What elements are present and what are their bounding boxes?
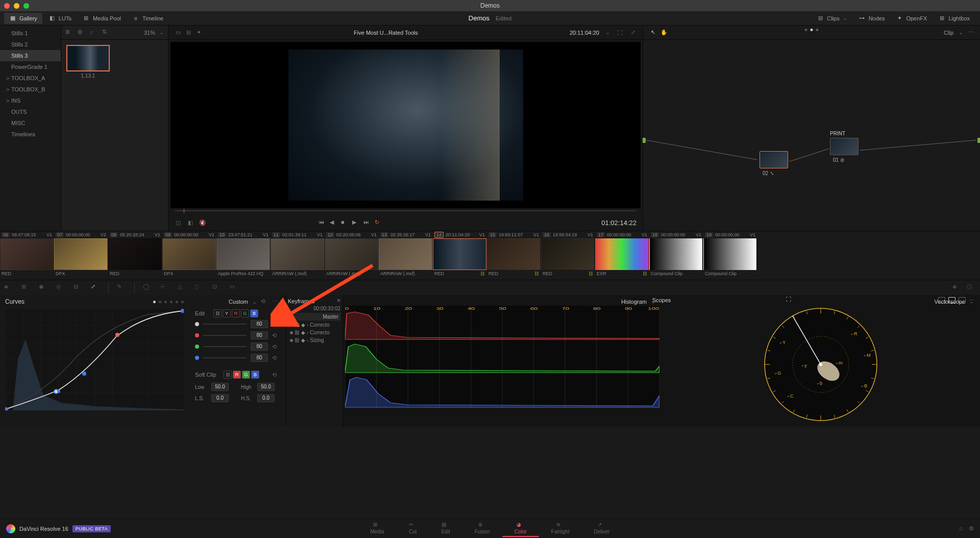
wipe-icon[interactable]: ◧ bbox=[187, 219, 194, 226]
keyframe-master[interactable]: Master bbox=[288, 313, 340, 321]
clip-thumb[interactable]: 1102:01:39:11V1ARRIRAW (.mxf) bbox=[271, 231, 324, 280]
viewer-canvas[interactable] bbox=[170, 42, 641, 208]
node-menu-icon[interactable]: ⋯ bbox=[968, 29, 974, 36]
next-clip-icon[interactable]: ⏭ bbox=[363, 219, 371, 226]
curves-mode[interactable]: Custom bbox=[229, 299, 248, 305]
topbar-timeline[interactable]: ≡Timeline bbox=[127, 13, 168, 24]
clip-thumb[interactable]: 1420:11:04:20V1RED⛓ bbox=[433, 231, 486, 280]
loop-icon[interactable]: ↻ bbox=[375, 219, 382, 226]
pan-icon[interactable]: ✋ bbox=[660, 29, 668, 36]
stills-zoom[interactable]: 31% bbox=[144, 30, 155, 36]
scope-expand-icon[interactable]: ⛶ bbox=[786, 296, 791, 302]
play-icon[interactable]: ▶ bbox=[352, 219, 359, 226]
gallery-item[interactable]: Stills 3 bbox=[0, 50, 61, 61]
softclip-g[interactable]: G bbox=[242, 371, 250, 379]
gallery-item[interactable]: Stills 1 bbox=[0, 28, 61, 39]
histogram-mode[interactable]: Histogram bbox=[621, 299, 647, 305]
mute-icon[interactable]: 🔇 bbox=[199, 219, 206, 226]
page-tab-fairlight[interactable]: ≋Fairlight bbox=[539, 520, 582, 537]
channel-r[interactable]: R bbox=[232, 309, 240, 317]
window-icon[interactable]: ◯ bbox=[143, 283, 152, 292]
node-02[interactable]: 02 ⤥ bbox=[760, 151, 788, 168]
settings-icon[interactable]: ⚙ bbox=[969, 525, 974, 532]
keyframe-icon[interactable]: ◈ bbox=[952, 283, 962, 292]
node-graph[interactable]: 02 ⤥ PRINT 01 ⊘ bbox=[643, 40, 980, 229]
reset-icon[interactable]: ⟲ bbox=[261, 298, 268, 305]
channel-g[interactable]: G bbox=[241, 309, 249, 317]
clip-thumb[interactable]: 0805:20:28:24V1RED bbox=[108, 231, 162, 280]
viewer-mode-2-icon[interactable]: ⊟ bbox=[185, 29, 192, 36]
channel-b[interactable]: B bbox=[250, 309, 258, 317]
stop-icon[interactable]: ■ bbox=[341, 219, 348, 226]
topbar-openfx[interactable]: ✦OpenFX bbox=[891, 13, 932, 24]
gallery-item[interactable]: >INS bbox=[0, 95, 61, 106]
topbar-nodes[interactable]: ⊶Nodes bbox=[853, 13, 890, 24]
home-icon[interactable]: ⌂ bbox=[959, 525, 963, 532]
primaries-icon[interactable]: ◎ bbox=[56, 283, 65, 292]
menu-icon[interactable]: ⋯ bbox=[272, 298, 279, 305]
curves-mode-dots[interactable] bbox=[153, 301, 184, 303]
reset-icon[interactable]: ⟲ bbox=[272, 344, 279, 350]
clip-thumb[interactable]: 0609:47:08:15V1RED bbox=[0, 231, 54, 280]
topbar-clips[interactable]: ⊟Clips⌄ bbox=[812, 13, 852, 24]
intensity-slider[interactable] bbox=[203, 357, 247, 358]
topbar-lightbox[interactable]: ⊞Lightbox bbox=[933, 13, 975, 24]
gallery-item[interactable]: OUTS bbox=[0, 106, 61, 117]
viewer-fx-icon[interactable]: ✦ bbox=[195, 29, 202, 36]
split-icon[interactable]: ◫ bbox=[175, 219, 182, 226]
intensity-value[interactable]: 80 bbox=[251, 354, 268, 362]
blur-icon[interactable]: △ bbox=[178, 283, 187, 292]
clip-thumb[interactable]: 0900:00:00:00V1DPX bbox=[162, 231, 216, 280]
keyframe-row[interactable]: ⛓◆›Sizing bbox=[288, 336, 340, 344]
keyframe-row[interactable]: ⛓◆›Correcto bbox=[288, 321, 340, 329]
colormatch-icon[interactable]: ⊞ bbox=[21, 283, 31, 292]
reset-icon[interactable]: ⟲ bbox=[272, 332, 279, 339]
clip-thumb[interactable]: 1519:59:11:07V1RED⛓ bbox=[487, 231, 541, 280]
gallery-item[interactable]: MISC bbox=[0, 117, 61, 129]
clip-dropdown[interactable]: Clip bbox=[944, 30, 953, 36]
gallery-item[interactable]: >TOOLBOX_A bbox=[0, 72, 61, 84]
clip-thumb[interactable]: 1700:00:00:00V1EXR⛓ bbox=[595, 231, 649, 280]
curves-icon[interactable]: ⤢ bbox=[91, 283, 100, 292]
list-view-icon[interactable]: ≣ bbox=[65, 29, 74, 37]
topbar-mediapool[interactable]: ⊞Media Pool bbox=[78, 13, 126, 24]
close-icon[interactable] bbox=[4, 3, 10, 9]
clip-thumb[interactable]: 1202:20:08:06V1ARRIRAW (.mxf) bbox=[325, 231, 378, 280]
expand-icon[interactable]: ⤢ bbox=[629, 29, 636, 36]
info-icon[interactable]: ⓘ bbox=[967, 283, 976, 292]
clip-thumb[interactable]: 1302:35:26:17V1ARRIRAW (.mxf) bbox=[379, 231, 432, 280]
link-channels-icon[interactable]: ⛓ bbox=[213, 309, 222, 317]
graph-input[interactable] bbox=[643, 138, 646, 143]
page-tab-color[interactable]: ◕Color bbox=[502, 520, 539, 537]
gallery-item[interactable]: Timelines bbox=[0, 129, 61, 140]
rgb-mixer-icon[interactable]: ⊟ bbox=[74, 283, 83, 292]
intensity-value[interactable]: 80 bbox=[251, 343, 268, 351]
curve-editor[interactable] bbox=[5, 308, 184, 410]
gallery-item[interactable]: Stills 2 bbox=[0, 39, 61, 50]
reset-icon[interactable]: ⟲ bbox=[272, 355, 279, 361]
tracking-icon[interactable]: ⊹ bbox=[160, 283, 169, 292]
softclip-ls[interactable]: 0.0 bbox=[211, 394, 229, 402]
camera-raw-icon[interactable]: ◈ bbox=[4, 283, 13, 292]
clip-thumb[interactable]: 1023:47:51:21V1Apple ProRes 422 HQ bbox=[216, 231, 270, 280]
fit-icon[interactable]: ⛶ bbox=[616, 29, 623, 36]
viewer-scrubber[interactable] bbox=[175, 210, 636, 211]
search-icon[interactable]: ⌕ bbox=[90, 29, 98, 37]
qualifier-icon[interactable]: ✎ bbox=[117, 283, 126, 292]
topbar-luts[interactable]: ◧LUTs bbox=[43, 13, 77, 24]
still-thumb[interactable]: 1.13.1 bbox=[66, 45, 110, 79]
minimize-icon[interactable] bbox=[14, 3, 19, 9]
softclip-r[interactable]: R bbox=[233, 371, 241, 379]
clip-thumb[interactable]: 1800:00:00:00V1Compound Clip bbox=[649, 231, 703, 280]
prev-clip-icon[interactable]: ⏮ bbox=[318, 219, 326, 226]
pointer-icon[interactable]: ↖ bbox=[649, 29, 656, 36]
node-01[interactable]: 01 ⊘ bbox=[830, 138, 859, 155]
softclip-high[interactable]: 50.0 bbox=[257, 383, 275, 391]
viewer-mode-1-icon[interactable]: ▭ bbox=[175, 29, 182, 36]
stereo-icon[interactable]: ▭ bbox=[230, 283, 239, 292]
keyframes-close-icon[interactable]: × bbox=[337, 297, 340, 304]
clip-thumb[interactable]: 1900:00:00:00V1Compound Clip bbox=[703, 231, 757, 280]
softclip-link-icon[interactable]: ⛓ bbox=[224, 371, 232, 379]
softclip-hs[interactable]: 0.0 bbox=[257, 394, 275, 402]
page-tab-media[interactable]: ⊞Media bbox=[358, 520, 396, 537]
